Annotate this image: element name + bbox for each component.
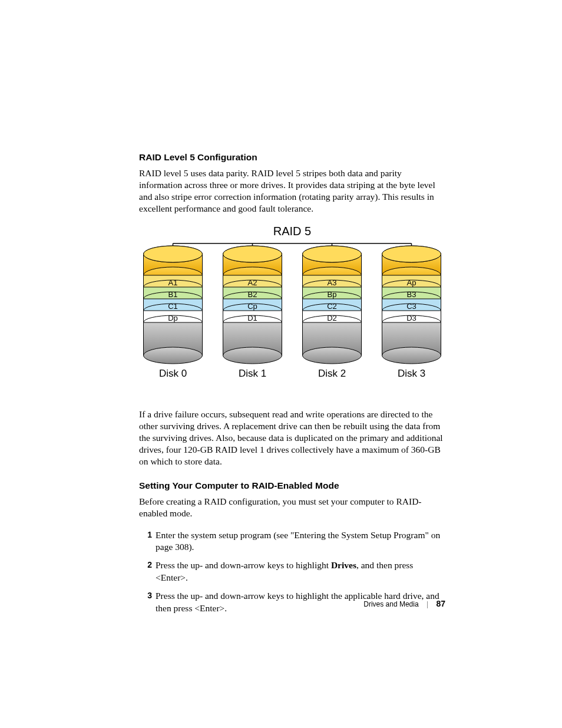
stripe-label-1-1: B2	[248, 290, 257, 299]
stripe-label-2-1: Bp	[328, 290, 337, 299]
stripe-label-3-0: Ap	[407, 278, 416, 287]
step-2-text-a: Press the up- and down-arrow keys to hig…	[156, 560, 331, 570]
step-2-drives-bold: Drives	[331, 560, 356, 570]
stripe-label-0-0: A1	[168, 278, 178, 287]
disk-label-2: Disk 2	[318, 368, 346, 379]
step-1: 1 Enter the system setup program (see "E…	[139, 529, 445, 554]
disk-1: A2B2CpD1Disk 1	[223, 246, 282, 379]
stripe-label-1-3: D1	[247, 314, 257, 322]
raid5-svg: RAID 5A1B1C1DpDisk 0A2B2CpD1Disk 1A3BpC2…	[142, 227, 442, 392]
svg-point-51	[382, 347, 441, 364]
step-1-number: 1	[139, 529, 152, 541]
disk-3: ApB3C3D3Disk 3	[382, 246, 441, 379]
stripe-label-0-2: C1	[168, 302, 178, 311]
svg-point-12	[144, 347, 203, 364]
disk-label-3: Disk 3	[398, 368, 425, 379]
stripe-label-3-1: B3	[407, 290, 416, 299]
page-content: RAID Level 5 Configuration RAID level 5 …	[139, 152, 445, 621]
svg-point-25	[223, 347, 282, 364]
stripe-label-2-3: D2	[327, 314, 337, 322]
disk-0: A1B1C1DpDisk 0	[144, 246, 203, 379]
para-raid-enabled-intro: Before creating a RAID configuration, yo…	[139, 496, 445, 519]
stripe-label-2-2: C2	[327, 302, 337, 311]
page-footer: Drives and Media | 87	[139, 599, 445, 608]
heading-raid-enabled-mode: Setting Your Computer to RAID-Enabled Mo…	[139, 480, 445, 491]
disk-top-2	[303, 246, 362, 262]
heading-raid5-config: RAID Level 5 Configuration	[139, 152, 445, 163]
footer-separator: |	[427, 600, 428, 608]
svg-point-38	[303, 347, 362, 364]
footer-page-number: 87	[436, 599, 445, 608]
footer-section: Drives and Media	[363, 600, 418, 608]
stripe-label-2-0: A3	[328, 278, 337, 287]
disk-top-0	[144, 246, 203, 262]
raid5-diagram: RAID 5A1B1C1DpDisk 0A2B2CpD1Disk 1A3BpC2…	[142, 227, 442, 394]
step-2-number: 2	[139, 559, 152, 571]
disk-label-0: Disk 0	[159, 368, 187, 379]
step-1-text: Enter the system setup program (see "Ent…	[156, 530, 440, 552]
disk-2: A3BpC2D2Disk 2	[303, 246, 362, 379]
stripe-label-0-1: B1	[168, 290, 178, 299]
para-raid5-desc: RAID level 5 uses data parity. RAID leve…	[139, 167, 445, 215]
stripe-label-1-0: A2	[248, 278, 257, 287]
stripe-label-3-3: D3	[406, 314, 416, 322]
stripe-label-3-2: C3	[406, 302, 416, 311]
disk-top-1	[223, 246, 282, 262]
step-2: 2 Press the up- and down-arrow keys to h…	[139, 559, 445, 584]
diagram-title: RAID 5	[273, 227, 311, 238]
stripe-label-0-3: Dp	[168, 314, 178, 322]
stripe-label-1-2: Cp	[247, 302, 257, 311]
disk-top-3	[382, 246, 441, 262]
para-raid5-failure: If a drive failure occurs, subsequent re…	[139, 409, 445, 468]
disk-label-1: Disk 1	[239, 368, 266, 379]
